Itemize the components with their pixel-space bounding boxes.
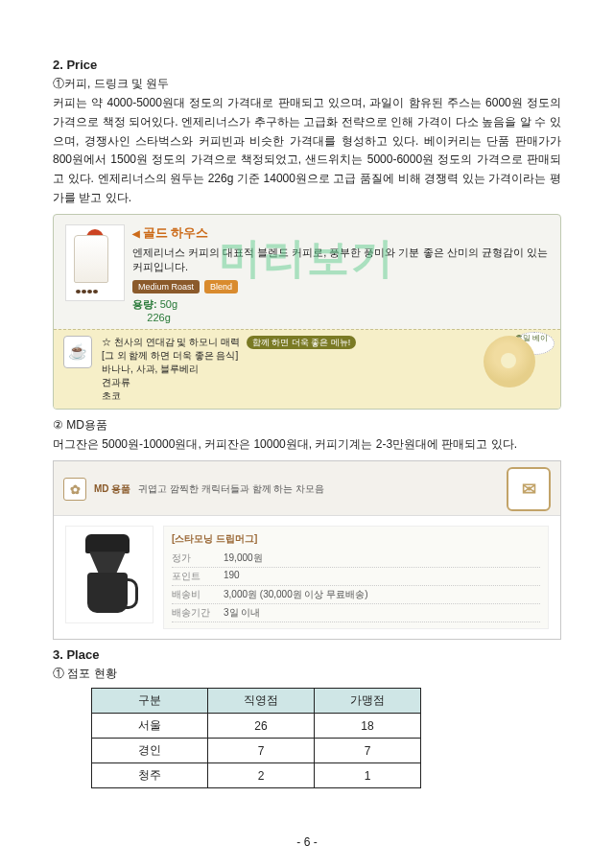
- place-heading: 3. Place: [53, 647, 561, 662]
- table-row: 청주 2 1: [92, 763, 421, 788]
- maker-funnel-icon: [89, 551, 126, 573]
- spec-val: 19,000원: [224, 551, 540, 565]
- store-table: 구분 직영점 가맹점 서울 26 18 경인 7 7 청주 2 1: [91, 688, 421, 788]
- cell-direct: 2: [208, 763, 315, 788]
- spec-row: 정가19,000원: [172, 550, 540, 568]
- weight-label: 용량:: [132, 298, 157, 310]
- beans-icon: [76, 283, 105, 294]
- place-sub: ① 점포 현황: [53, 666, 561, 682]
- col-franchise: 가맹점: [315, 689, 421, 714]
- col-direct: 직영점: [208, 689, 315, 714]
- weight-50g: 50g: [160, 298, 177, 310]
- bagel-image: 호밀 베이글: [484, 336, 551, 393]
- product-row: A 골드 하우스 엔제리너스 커피의 대표적 블렌드 커피로, 풍부한 풍미와 …: [54, 215, 560, 329]
- product-card-goldhouse: A 골드 하우스 엔제리너스 커피의 대표적 블렌드 커피로, 풍부한 풍미와 …: [53, 214, 561, 411]
- table-row: 서울 26 18: [92, 714, 421, 739]
- md-sub: ② MD용품: [53, 417, 561, 434]
- spec-row: 포인트190: [172, 568, 540, 586]
- spec-val: 3,000원 (30,000원 이상 무료배송): [224, 588, 540, 601]
- maker-carafe-icon: [87, 573, 128, 613]
- product-badges: Medium Roast Blend: [132, 280, 549, 293]
- bag-icon: [74, 235, 108, 283]
- spec-key: 정가: [172, 551, 224, 565]
- pair-pill: 함께 하면 더욱 좋은 메뉴!: [247, 336, 357, 350]
- cup-icon: ☕: [63, 336, 92, 368]
- blend-badge: Blend: [204, 280, 238, 293]
- spec-table: [스타모닝 드립머그] 정가19,000원 포인트190 배송비3,000원 (…: [163, 526, 549, 629]
- cell-direct: 26: [208, 714, 315, 739]
- price-sub1: ①커피, 드링크 및 원두: [53, 76, 561, 92]
- coffee-maker-image: [65, 526, 154, 623]
- pair-lead: ☆ 천사의 연대감 및 하모니 매력: [102, 337, 240, 347]
- md-body: [스타모닝 드립머그] 정가19,000원 포인트190 배송비3,000원 (…: [54, 516, 560, 639]
- spec-key: 배송비: [172, 588, 224, 601]
- maker-top-icon: [85, 534, 130, 553]
- page-number: - 6 -: [0, 835, 614, 849]
- pair-items2: 견과류: [102, 377, 130, 387]
- stamp-icon: ✉: [507, 467, 551, 511]
- price-heading: 2. Price: [53, 58, 561, 72]
- md-paragraph: 머그잔은 5000원-10000원대, 커피잔은 10000원대, 커피기계는 …: [53, 435, 561, 455]
- cell-franchise: 7: [315, 739, 421, 763]
- document-page: 미리보기 2. Price ①커피, 드링크 및 원두 커피는 약 4000-5…: [0, 0, 614, 868]
- cell-franchise: 1: [315, 763, 421, 788]
- md-badge: MD 용품: [94, 482, 130, 496]
- spec-val: 3일 이내: [224, 606, 540, 620]
- spec-row: 배송비3,000원 (30,000원 이상 무료배송): [172, 586, 540, 604]
- spec-val: 190: [224, 570, 540, 583]
- product-title: 골드 하우스: [132, 224, 549, 242]
- bagel-icon: [484, 336, 535, 387]
- md-header: ✿ MD 용품 귀엽고 깜찍한 캐릭터들과 함께 하는 차모음 ✉: [54, 461, 560, 516]
- spec-key: 배송기간: [172, 606, 224, 620]
- pair-items3: 초코: [102, 390, 121, 401]
- weight-226g: 226g: [147, 312, 170, 323]
- maker-handle-icon: [124, 578, 138, 609]
- pairing-text: ☆ 천사의 연대감 및 하모니 매력 함께 하면 더욱 좋은 메뉴! [그 외 …: [102, 336, 474, 404]
- md-tagline: 귀엽고 깜찍한 캐릭터들과 함께 하는 차모음: [138, 482, 324, 496]
- table-header-row: 구분 직영점 가맹점: [92, 689, 421, 714]
- cell-region: 경인: [92, 739, 208, 763]
- product-card-md: ✿ MD 용품 귀엽고 깜찍한 캐릭터들과 함께 하는 차모음 ✉ [스타모닝 …: [53, 460, 561, 640]
- price-paragraph: 커피는 약 4000-5000원대 정도의 가격대로 판매되고 있으며, 과일이…: [53, 94, 561, 208]
- coffee-bag-image: A: [65, 224, 125, 301]
- product-desc: 엔제리너스 커피의 대표적 블렌드 커피로, 풍부한 풍미와 기분 좋은 산미의…: [132, 246, 549, 274]
- col-category: 구분: [92, 689, 208, 714]
- cell-region: 서울: [92, 714, 208, 739]
- roast-badge: Medium Roast: [132, 280, 200, 293]
- gift-icon: ✿: [63, 478, 86, 501]
- product-info: 골드 하우스 엔제리너스 커피의 대표적 블렌드 커피로, 풍부한 풍미와 기분…: [132, 224, 549, 323]
- spec-row: 배송기간3일 이내: [172, 604, 540, 622]
- weight-info: 용량: 50g 226g: [132, 297, 549, 323]
- cell-direct: 7: [208, 739, 315, 763]
- spec-key: 포인트: [172, 570, 224, 583]
- pairing-strip: ☕ ☆ 천사의 연대감 및 하모니 매력 함께 하면 더욱 좋은 메뉴! [그 …: [54, 329, 560, 410]
- pair-items-label: [그 외 함께 하면 더욱 좋은 음식]: [102, 350, 238, 361]
- cell-region: 청주: [92, 763, 208, 788]
- table-row: 경인 7 7: [92, 739, 421, 763]
- spec-title: [스타모닝 드립머그]: [172, 532, 540, 546]
- cell-franchise: 18: [315, 714, 421, 739]
- pair-items: 바나나, 사과, 블루베리: [102, 364, 199, 374]
